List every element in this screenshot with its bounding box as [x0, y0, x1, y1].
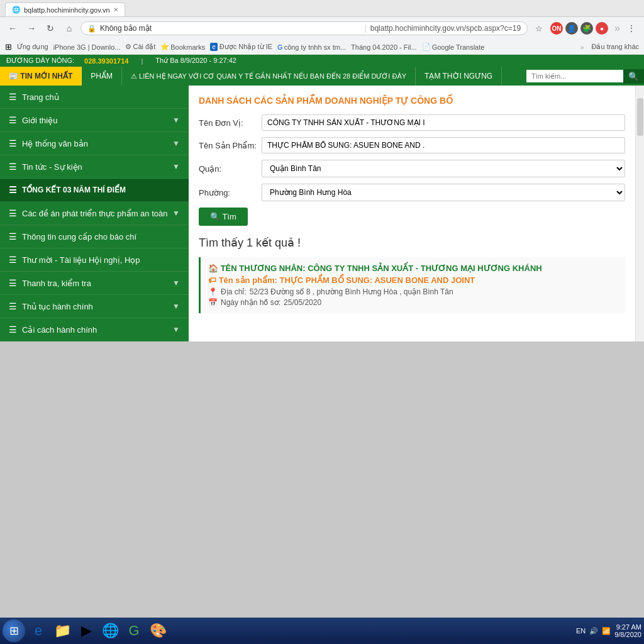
- search-input[interactable]: [526, 70, 623, 82]
- menu-icon-2: ☰: [9, 115, 17, 125]
- address-bar[interactable]: 🔒 Không bảo mật | bqlattp.hochiminhcity.…: [80, 21, 528, 35]
- extension-icon[interactable]: 🧩: [580, 22, 593, 35]
- chevron-down-icon: ▼: [172, 116, 180, 125]
- bookmarks-bar: ⊞ Ứng dụng iPhone 3G | Downlo... ⚙ Cài đ…: [0, 40, 644, 55]
- tab-title: bqlattp.hochiminhcity.gov.vn: [24, 6, 110, 14]
- top-nav-lien-he[interactable]: ⚠ LIÊN HỆ NGAY VỚI CƠ QUAN Y TẾ GẦN NHẤT…: [122, 67, 416, 86]
- network-icon[interactable]: 📶: [602, 627, 611, 635]
- home-button[interactable]: ⌂: [62, 21, 77, 36]
- don-vi-row: Tên Đơn Vị:: [199, 114, 625, 131]
- apps-icon: ⊞: [5, 42, 12, 52]
- bookmark-google[interactable]: G công ty tnhh sx tm...: [277, 43, 346, 51]
- menu-button[interactable]: ⋮: [624, 21, 639, 36]
- google-icon: G: [277, 43, 283, 51]
- lock-icon: 🔒: [87, 25, 96, 33]
- greenapp-icon: G: [128, 623, 139, 639]
- start-button[interactable]: ⊞: [3, 619, 25, 642]
- search-button[interactable]: 🔍: [623, 69, 644, 84]
- more-menu[interactable]: »: [614, 23, 620, 34]
- separator: |: [365, 24, 367, 33]
- taskbar-folder[interactable]: 📁: [52, 620, 73, 641]
- chevron-down-icon-3: ▼: [172, 162, 180, 171]
- sidebar-item-gioithieu[interactable]: ☰ Giới thiệu ▼: [0, 109, 189, 132]
- top-nav-bar: 📰 TIN MỚI NHẤT PHẨM ⚠ LIÊN HỆ NGAY VỚI C…: [0, 67, 644, 86]
- quan-row: Quận: Quận Bình Tân: [199, 160, 625, 177]
- sidebar-item-trangchu[interactable]: ☰ Trang chủ: [0, 86, 189, 109]
- hotline-datetime: Thứ Ba 8/9/2020 - 9:27:42: [155, 57, 236, 65]
- date-value: 25/05/2020: [284, 298, 321, 307]
- refresh-button[interactable]: ↻: [43, 21, 58, 36]
- phuong-select[interactable]: Phường Bình Hưng Hòa: [262, 184, 625, 201]
- tab-close-button[interactable]: ✕: [113, 6, 118, 13]
- bookmark-bookmarks[interactable]: ⭐ Bookmarks: [160, 43, 205, 51]
- address-value: 52/23 Đường số 8 , phường Bình Hưng Hòa …: [250, 287, 453, 296]
- top-nav-pham[interactable]: PHẨM: [82, 67, 122, 86]
- tag-icon: 🏷: [208, 275, 216, 285]
- quan-select[interactable]: Quận Bình Tân: [262, 160, 625, 177]
- sidebar-thongtin-label: Thông tin cung cấp cho báo chí: [22, 232, 136, 242]
- san-pham-input[interactable]: [262, 137, 625, 153]
- taskbar-paint[interactable]: 🎨: [147, 620, 169, 641]
- sidebar-item-thanhtra[interactable]: ☰ Thanh tra, kiểm tra ▼: [0, 272, 189, 295]
- more-bookmarks[interactable]: »: [580, 43, 584, 51]
- bookmark-iphone[interactable]: iPhone 3G | Downlo...: [53, 43, 121, 51]
- result-card: 🏠 TÊN THƯƠNG NHÂN: CÔNG TY TNHH SẢN XUẤT…: [199, 257, 625, 313]
- content-area: DANH SÁCH CÁC SẢN PHẨM DOANH NGHIỆP TỰ C…: [189, 86, 635, 341]
- taskbar: ⊞ e 📁 ▶ 🌐 G 🎨 EN 🔊 📶 9:27 AM 9/8/2020: [0, 618, 644, 644]
- date-label: Ngày nhận hồ sơ:: [221, 298, 280, 307]
- scroll-thumb[interactable]: [637, 98, 643, 136]
- sidebar-trangchu-label: Trang chủ: [22, 92, 59, 102]
- sidebar-tintuc-left: ☰ Tin tức - Sự kiện: [9, 162, 82, 172]
- top-nav-ngung[interactable]: TẠM THỜI NGƯNG: [416, 67, 502, 86]
- volume-icon[interactable]: 🔊: [589, 627, 598, 635]
- don-vi-input[interactable]: [262, 114, 625, 131]
- menu-icon-9: ☰: [9, 278, 17, 288]
- chevron-down-icon-2: ▼: [172, 139, 180, 148]
- chevron-down-icon-5: ▼: [172, 279, 180, 287]
- sidebar-item-thutuc[interactable]: ☰ Thủ tục hành chính ▼: [0, 295, 189, 318]
- result-address: 📍 Địa chỉ: 52/23 Đường số 8 , phường Bìn…: [208, 287, 618, 296]
- bookmark-apps[interactable]: Ứng dụng: [17, 43, 48, 51]
- sidebar-item-hevanban[interactable]: ☰ Hệ thống văn bản ▼: [0, 132, 189, 155]
- result-count: Tìm thấy 1 kết quả !: [199, 236, 625, 250]
- taskbar-greenapp[interactable]: G: [123, 620, 145, 641]
- sidebar-thumoi-left: ☰ Thư mời - Tài liệu Hội nghị, Họp: [9, 255, 140, 265]
- hotline-label: ĐƯỜNG DÂY NÓNG:: [6, 57, 74, 65]
- menu-icon-5: ☰: [9, 185, 17, 195]
- profile-icon[interactable]: 👤: [565, 22, 578, 35]
- don-vi-label: Tên Đơn Vị:: [199, 118, 262, 128]
- taskbar-media[interactable]: ▶: [75, 620, 97, 641]
- san-pham-label: Tên Sản Phẩm:: [199, 141, 262, 150]
- bookmark-star-button[interactable]: ☆: [531, 21, 547, 36]
- taskbar-clock: 9:27 AM 9/8/2020: [614, 623, 641, 638]
- bookmark-nhaptie[interactable]: e Được Nhập từ IE: [210, 43, 272, 51]
- on-icon[interactable]: ON: [550, 22, 563, 35]
- tab-favicon: 🌐: [12, 6, 21, 14]
- scrollbar[interactable]: [635, 86, 644, 341]
- taskbar-ie[interactable]: e: [28, 620, 49, 641]
- star-folder-icon: ⭐: [160, 43, 169, 51]
- bookmark-translate[interactable]: 📄 Google Translate: [422, 43, 485, 51]
- bar-separator: |: [141, 57, 143, 65]
- top-search-box: 🔍: [526, 69, 644, 84]
- bookmark-caidat[interactable]: ⚙ Cài đặt: [125, 43, 155, 51]
- sidebar-thanhtra-left: ☰ Thanh tra, kiểm tra: [9, 278, 91, 288]
- sidebar-item-tintuc[interactable]: ☰ Tin tức - Sự kiện ▼: [0, 155, 189, 179]
- sidebar-item-dean[interactable]: ☰ Các đề án phát triển thực phẩm an toàn…: [0, 202, 189, 225]
- gear-icon: ⚙: [125, 43, 131, 51]
- sidebar-item-thongtin[interactable]: ☰ Thông tin cung cấp cho báo chí: [0, 225, 189, 248]
- forward-button[interactable]: →: [24, 21, 39, 36]
- sidebar-item-caicach[interactable]: ☰ Cải cách hành chính ▼: [0, 318, 189, 341]
- toolbar-icons: ON 👤 🧩 ●: [550, 22, 608, 35]
- quan-label: Quận:: [199, 164, 262, 174]
- bookmark-other[interactable]: Đầu trang khác: [592, 43, 639, 51]
- red-icon[interactable]: ●: [596, 22, 608, 35]
- sidebar-item-tongket[interactable]: ☰ TỔNG KẾT 03 NĂM THÍ ĐIỂM: [0, 179, 189, 202]
- bookmark-thang[interactable]: Tháng 04.2020 - Fil...: [351, 43, 417, 51]
- search-button[interactable]: 🔍 Tìm: [199, 208, 248, 226]
- active-tab[interactable]: 🌐 bqlattp.hochiminhcity.gov.vn ✕: [5, 3, 125, 16]
- back-button[interactable]: ←: [5, 21, 20, 36]
- sidebar-item-thumoi[interactable]: ☰ Thư mời - Tài liệu Hội nghị, Họp: [0, 248, 189, 272]
- top-nav-tin-moi[interactable]: 📰 TIN MỚI NHẤT: [0, 67, 82, 86]
- taskbar-chrome[interactable]: 🌐: [99, 620, 121, 641]
